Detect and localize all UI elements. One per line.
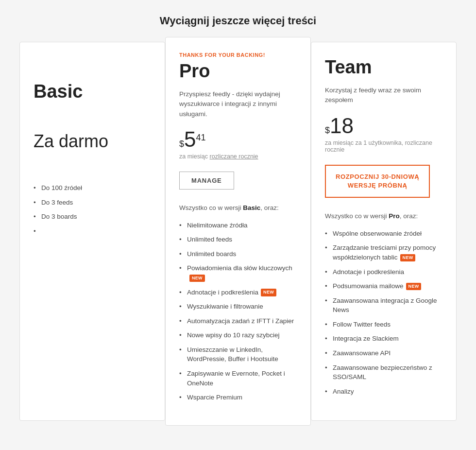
section-intro-team: Wszystko co w wersji Pro, oraz:: [325, 212, 442, 220]
list-item: Follow Twitter feeds: [325, 317, 442, 332]
list-item: Zarządzanie treściami przy pomocy współd…: [325, 241, 442, 264]
price-main-pro: 5: [184, 129, 196, 150]
basic-feature-list: Do 100 źródeł Do 3 feeds Do 3 boards: [34, 181, 151, 229]
price-main-team: 18: [330, 115, 354, 137]
page-title: Wyciągnij jeszcze więcej treści: [10, 15, 466, 27]
list-item: Powiadomienia dla słów kluczowychNEW: [179, 261, 297, 285]
trial-button[interactable]: ROZPOCZNIJ 30-DNIOWĄ WERSJĘ PRÓBNĄ: [325, 165, 430, 198]
list-item: Podsumowania mailoweNEW: [325, 279, 442, 294]
plan-description-team: Korzystaj z feedly wraz ze swoim zespołe…: [325, 86, 442, 105]
list-item: Zapisywanie w Evernote, Pocket i OneNote: [179, 366, 297, 390]
list-item: Umieszczanie w LinkedIn, WordPressie, Bu…: [179, 343, 297, 366]
price-currency-team: $: [325, 126, 330, 135]
backing-label: THANKS FOR YOUR BACKING!: [179, 52, 297, 58]
price-note-link[interactable]: rozliczane rocznie: [210, 153, 258, 160]
price-row-pro: $ 5 41: [179, 129, 297, 150]
plan-card-pro: THANKS FOR YOUR BACKING! Pro Przyspiesz …: [165, 37, 311, 426]
plans-container: Basic Za darmo Do 100 źródeł Do 3 feeds …: [10, 42, 466, 421]
manage-button[interactable]: MANAGE: [179, 172, 234, 190]
page-wrapper: Wyciągnij jeszcze więcej treści Basic Za…: [10, 15, 466, 421]
list-item: Do 3 boards: [34, 209, 151, 224]
pro-feature-list: Nielimitowane źródła Unlimited feeds Unl…: [179, 218, 297, 405]
team-feature-list: Wspólne obserwowanie źródeł Zarządzanie …: [325, 226, 442, 398]
list-item: Unlimited feeds: [179, 232, 297, 247]
list-item: Zaawansowana integracja z Google News: [325, 294, 442, 317]
list-item: Wyszukiwanie i filtrowanie: [179, 299, 297, 314]
plan-card-team: Team Korzystaj z feedly wraz ze swoim ze…: [311, 42, 457, 421]
list-item: Adnotacje i podkreślenia: [325, 265, 442, 279]
list-item: Nielimitowane źródła: [179, 218, 297, 233]
section-intro-pro: Wszystko co w wersji Basic, oraz:: [179, 204, 297, 211]
list-item: Wspólne obserwowanie źródeł: [325, 226, 442, 241]
badge-new: NEW: [261, 289, 276, 296]
price-currency-pro: $: [179, 139, 184, 148]
list-item: Zaawansowane API: [325, 346, 442, 361]
list-item: Zaawansowane bezpieczeństwo z SSO/SAML: [325, 361, 442, 384]
badge-new: NEW: [406, 283, 422, 290]
badge-new: NEW: [400, 254, 416, 261]
list-item: Nowe wpisy do 10 razy szybciej: [179, 328, 297, 343]
list-item: Do 3 feeds: [34, 195, 151, 210]
plan-description-pro: Przyspiesz feedly - dzięki wydajnej wysz…: [179, 89, 297, 119]
list-item: Do 100 źródeł: [34, 181, 151, 195]
price-free: Za darmo: [34, 131, 151, 152]
price-note-pro: za miesiąc rozliczane rocznie: [179, 153, 297, 160]
list-item: Unlimited boards: [179, 247, 297, 261]
badge-new: NEW: [189, 275, 205, 282]
plan-card-basic: Basic Za darmo Do 100 źródeł Do 3 feeds …: [19, 42, 165, 421]
list-item: Adnotacje i podkreśleniaNEW: [179, 285, 297, 300]
price-row-team: $ 18: [325, 115, 442, 137]
plan-name-pro: Pro: [179, 61, 297, 82]
list-item: Wsparcie Premium: [179, 390, 297, 405]
list-item: Integracja ze Slackiem: [325, 331, 442, 346]
list-item: Automatyzacja zadań z IFTT i Zapier: [179, 314, 297, 329]
list-item: Analizy: [325, 384, 442, 399]
plan-name-basic: Basic: [34, 81, 151, 102]
list-item: [34, 224, 151, 229]
price-decimal-pro: 41: [196, 133, 206, 143]
price-note-team: za miesiąc za 1 użytkownika, rozliczane …: [325, 139, 442, 153]
plan-name-team: Team: [325, 57, 442, 78]
